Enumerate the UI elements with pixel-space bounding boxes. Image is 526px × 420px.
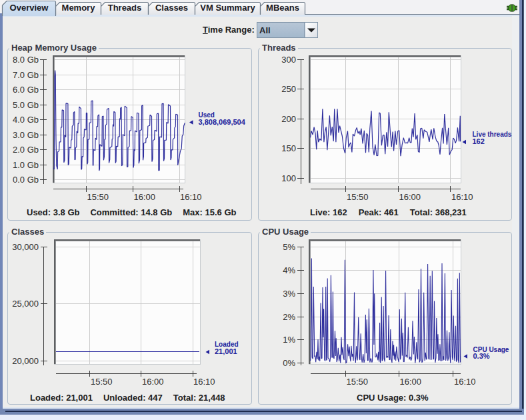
- svg-text:3.0 Gb: 3.0 Gb: [13, 130, 39, 140]
- svg-text:4.0 Gb: 4.0 Gb: [13, 115, 39, 125]
- svg-text:2.0 Gb: 2.0 Gb: [13, 145, 39, 155]
- svg-text:100: 100: [281, 173, 296, 183]
- svg-text:21,001: 21,001: [215, 347, 237, 355]
- svg-text:5.0 Gb: 5.0 Gb: [13, 100, 39, 110]
- svg-text:1.0 Gb: 1.0 Gb: [13, 160, 39, 170]
- svg-text:16:10: 16:10: [193, 377, 215, 387]
- svg-text:4%: 4%: [283, 265, 295, 275]
- svg-text:7.0 Gb: 7.0 Gb: [13, 70, 39, 80]
- svg-text:3,808,069,504: 3,808,069,504: [199, 118, 246, 126]
- svg-text:16:10: 16:10: [454, 377, 476, 387]
- svg-text:16:00: 16:00: [134, 192, 156, 202]
- svg-text:16:00: 16:00: [142, 377, 164, 387]
- svg-text:15:50: 15:50: [347, 377, 369, 387]
- svg-text:25,000: 25,000: [12, 299, 39, 309]
- svg-text:16:10: 16:10: [451, 192, 473, 202]
- svg-text:200: 200: [281, 114, 296, 124]
- svg-text:3%: 3%: [283, 289, 295, 299]
- svg-text:300: 300: [281, 55, 296, 65]
- svg-text:1%: 1%: [283, 335, 295, 345]
- svg-text:162: 162: [473, 137, 485, 145]
- svg-text:8.0 Gb: 8.0 Gb: [13, 55, 39, 65]
- svg-text:20,000: 20,000: [12, 356, 39, 366]
- svg-text:15:50: 15:50: [347, 192, 369, 202]
- svg-text:0.0 Gb: 0.0 Gb: [13, 175, 39, 185]
- svg-text:15:50: 15:50: [91, 377, 113, 387]
- svg-text:16:00: 16:00: [399, 192, 421, 202]
- svg-text:5%: 5%: [283, 242, 295, 252]
- svg-text:15:50: 15:50: [87, 192, 109, 202]
- svg-text:16:10: 16:10: [180, 192, 202, 202]
- svg-text:0.3%: 0.3%: [473, 352, 490, 360]
- svg-text:6.0 Gb: 6.0 Gb: [13, 85, 39, 95]
- svg-text:30,000: 30,000: [12, 242, 39, 252]
- svg-text:150: 150: [281, 143, 296, 153]
- svg-text:0%: 0%: [283, 358, 295, 368]
- svg-text:16:00: 16:00: [400, 377, 422, 387]
- svg-text:250: 250: [281, 84, 296, 94]
- svg-text:2%: 2%: [283, 312, 295, 322]
